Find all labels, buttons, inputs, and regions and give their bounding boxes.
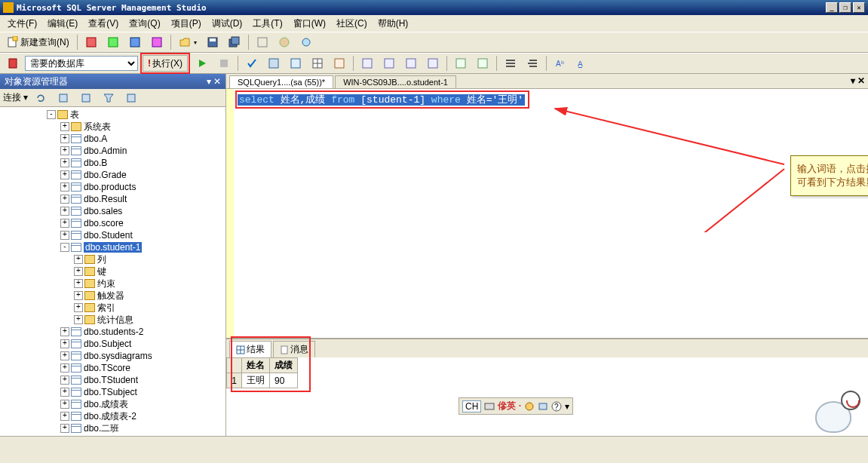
- tab-student1[interactable]: WIN-9CS09JB....o.student-1: [335, 75, 456, 88]
- tree-node[interactable]: +键: [2, 265, 224, 277]
- tree-expander[interactable]: +: [74, 291, 83, 300]
- tree-node[interactable]: +dbo.Subject: [2, 338, 224, 350]
- tree-label[interactable]: dbo.Admin: [84, 146, 127, 156]
- menu-window[interactable]: 窗口(W): [289, 16, 330, 32]
- tree-expander[interactable]: +: [60, 158, 69, 167]
- tree-expander[interactable]: +: [60, 170, 69, 179]
- tree-label[interactable]: 触发器: [97, 290, 124, 302]
- tree-label[interactable]: 索引: [97, 302, 115, 314]
- tb-6[interactable]: [275, 34, 294, 51]
- tree-expander[interactable]: +: [74, 303, 83, 312]
- tree-node[interactable]: +dbo.sysdiagrams: [2, 350, 224, 362]
- menu-community[interactable]: 社区(C): [332, 16, 372, 32]
- tree-node[interactable]: +dbo.TStudent: [2, 374, 224, 386]
- menu-query[interactable]: 查询(Q): [124, 16, 164, 32]
- tb2-9[interactable]: [473, 55, 492, 72]
- tree-expander[interactable]: +: [60, 134, 69, 143]
- tb2-6[interactable]: [401, 55, 421, 72]
- ime-help-icon[interactable]: ?: [551, 401, 562, 412]
- tb2-13[interactable]: A̲: [572, 55, 592, 72]
- desktop-mascot[interactable]: [815, 391, 863, 433]
- col-score[interactable]: 成绩: [270, 358, 298, 373]
- sql-editor[interactable]: select 姓名,成绩 from [student-1] where 姓名='…: [226, 89, 868, 338]
- database-select[interactable]: 需要的数据库: [25, 56, 138, 71]
- tree-label[interactable]: dbo.成绩表: [84, 398, 128, 411]
- tree-label[interactable]: dbo.TSubject: [84, 387, 137, 397]
- cell-name[interactable]: 王明: [242, 373, 270, 388]
- tree-label[interactable]: 统计信息: [97, 314, 133, 327]
- tree-node[interactable]: +dbo.Admin: [2, 145, 224, 157]
- tb2-1[interactable]: [264, 55, 284, 72]
- connection-db-icon[interactable]: [3, 55, 23, 72]
- tree-expander[interactable]: -: [60, 243, 69, 252]
- tree-label[interactable]: dbo.score: [84, 218, 124, 228]
- tb-icon-4[interactable]: [147, 34, 167, 51]
- tb2-7[interactable]: [423, 55, 443, 72]
- tree-node[interactable]: +dbo.Student: [2, 229, 224, 241]
- results-grid-button[interactable]: [308, 55, 327, 72]
- tree-node[interactable]: +列: [2, 253, 224, 265]
- tree-label[interactable]: dbo.二班: [84, 422, 119, 435]
- tree-label[interactable]: dbo.B: [84, 158, 107, 168]
- tb2-12[interactable]: Aᵇ: [551, 55, 570, 72]
- tree-expander[interactable]: +: [60, 376, 69, 385]
- sql-text[interactable]: select 姓名,成绩 from [student-1] where 姓名='…: [238, 94, 525, 106]
- tree-expander[interactable]: -: [47, 110, 56, 119]
- tree-label[interactable]: dbo.Subject: [84, 339, 131, 349]
- tree-label[interactable]: dbo.student-1: [84, 242, 142, 253]
- parse-button[interactable]: [242, 55, 262, 72]
- tree-expander[interactable]: +: [60, 195, 69, 204]
- tb2-4[interactable]: [357, 55, 377, 72]
- menu-file[interactable]: 文件(F): [3, 16, 41, 32]
- tree-node[interactable]: +dbo.students-2: [2, 326, 224, 338]
- tree-expander[interactable]: +: [74, 267, 83, 276]
- connect-button[interactable]: 连接 ▾: [3, 91, 28, 104]
- tree-expander[interactable]: +: [74, 255, 83, 264]
- tree-expander[interactable]: +: [60, 231, 69, 240]
- ime-settings-icon[interactable]: [524, 401, 535, 412]
- menu-view[interactable]: 查看(V): [84, 16, 123, 32]
- tree-expander[interactable]: +: [60, 122, 69, 131]
- tb2-11[interactable]: [523, 55, 542, 72]
- new-query-button[interactable]: 新建查询(N): [3, 34, 73, 51]
- results-tab[interactable]: 结果: [229, 341, 271, 357]
- ime-keyboard-icon[interactable]: [484, 401, 495, 412]
- tree-node[interactable]: +dbo.成绩表: [2, 398, 224, 410]
- table-row[interactable]: 1 王明 90: [227, 373, 298, 388]
- ime-menu-icon[interactable]: ▾: [565, 401, 569, 412]
- ime-lang[interactable]: CH: [462, 400, 481, 412]
- tab-sqlquery1[interactable]: SQLQuery1....(sa (55))*: [229, 75, 333, 88]
- open-button[interactable]: ▾: [175, 34, 201, 51]
- oe-btn-5[interactable]: [121, 90, 141, 106]
- debug-button[interactable]: [192, 55, 212, 72]
- tree-expander[interactable]: +: [60, 339, 69, 348]
- tree-label[interactable]: dbo.TStudent: [84, 375, 138, 385]
- tree-label[interactable]: dbo.A: [84, 133, 107, 144]
- close-button[interactable]: ✕: [853, 2, 865, 13]
- oe-btn-2[interactable]: [54, 90, 73, 106]
- tree-node[interactable]: +dbo.二班: [2, 422, 224, 434]
- tree-expander[interactable]: +: [60, 424, 69, 433]
- results-grid[interactable]: 姓名 成绩 1 王明 90: [226, 357, 868, 388]
- tree-expander[interactable]: +: [60, 388, 69, 397]
- oe-btn-3[interactable]: [76, 90, 96, 106]
- tree-expander[interactable]: +: [74, 279, 83, 288]
- stop-button[interactable]: [214, 55, 234, 72]
- menu-project[interactable]: 项目(P): [167, 16, 206, 32]
- tree-expander[interactable]: +: [60, 400, 69, 409]
- tree-label[interactable]: 键: [97, 265, 106, 278]
- pin-icon[interactable]: ▾ ✕: [207, 76, 221, 87]
- tree-node[interactable]: +约束: [2, 277, 224, 290]
- tree-label[interactable]: 约束: [97, 277, 115, 290]
- tree-label[interactable]: dbo.Student: [84, 230, 133, 241]
- tree-node[interactable]: +索引: [2, 302, 224, 314]
- tb-icon-2[interactable]: [103, 34, 123, 51]
- tree-node[interactable]: +触发器: [2, 290, 224, 302]
- tree-node[interactable]: +dbo.TSubject: [2, 386, 224, 398]
- cell-score[interactable]: 90: [270, 373, 298, 388]
- tb2-10[interactable]: [501, 55, 520, 72]
- tree-expander[interactable]: +: [60, 146, 69, 155]
- tb2-2[interactable]: [286, 55, 305, 72]
- save-button[interactable]: [203, 34, 222, 51]
- menu-tools[interactable]: 工具(T): [248, 16, 287, 32]
